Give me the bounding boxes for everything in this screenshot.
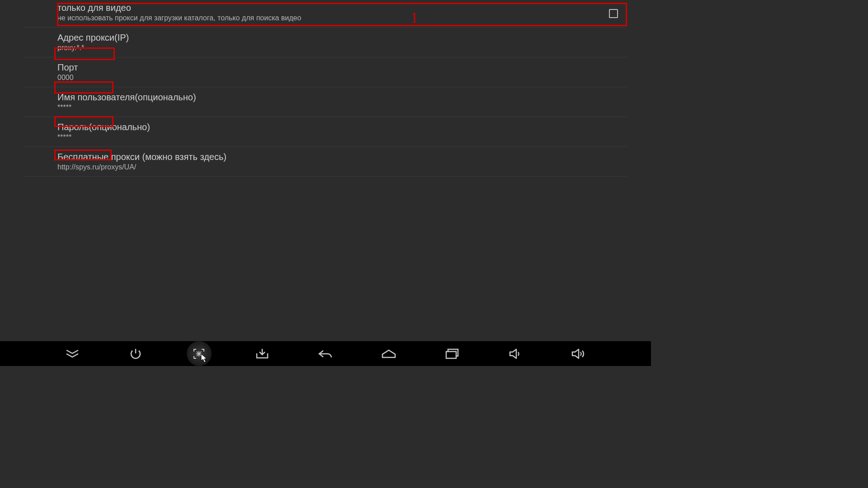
username-value: ***** [57, 103, 594, 112]
system-navbar [0, 341, 651, 366]
row-title: Имя пользователя(опционально) [57, 92, 594, 103]
port-value: 0000 [57, 74, 594, 82]
nav-back-icon[interactable] [313, 341, 338, 366]
nav-hide-bar-icon[interactable] [60, 341, 85, 366]
proxy-address-value: proxy.*.* [57, 44, 594, 52]
nav-volume-up-icon[interactable] [566, 341, 591, 366]
row-subtitle: не использовать прокси для загрузки ката… [57, 14, 594, 22]
row-title: Бесплатные прокси (можно взять здесь) [57, 152, 594, 162]
row-title: Адрес прокси(IP) [57, 33, 594, 43]
row-password[interactable]: Пароль(опционально) ***** [24, 117, 627, 147]
nav-recent-icon[interactable] [440, 341, 465, 366]
row-title: только для видео [57, 3, 594, 13]
row-title: Порт [57, 62, 594, 73]
svg-rect-5 [446, 352, 456, 358]
row-username[interactable]: Имя пользователя(опционально) ***** [24, 87, 627, 117]
nav-power-icon[interactable] [123, 341, 148, 366]
nav-home-icon[interactable] [377, 341, 401, 366]
row-video-only[interactable]: только для видео не использовать прокси … [24, 0, 627, 28]
nav-screenshot-icon[interactable] [187, 341, 212, 366]
row-port[interactable]: Порт 0000 [24, 57, 627, 87]
highlight-label-1: 1 [410, 9, 418, 26]
nav-volume-down-icon[interactable] [503, 341, 528, 366]
checkbox-video-only[interactable] [609, 9, 618, 18]
settings-list: только для видео не использовать прокси … [24, 0, 627, 177]
free-proxy-url: http://spys.ru/proxys/UA/ [57, 163, 594, 171]
password-value: ***** [57, 133, 594, 141]
row-proxy-address[interactable]: Адрес прокси(IP) proxy.*.* [24, 28, 627, 57]
row-title: Пароль(опционально) [57, 122, 594, 132]
row-free-proxy[interactable]: Бесплатные прокси (можно взять здесь) ht… [24, 147, 627, 177]
nav-download-icon[interactable] [250, 341, 275, 366]
